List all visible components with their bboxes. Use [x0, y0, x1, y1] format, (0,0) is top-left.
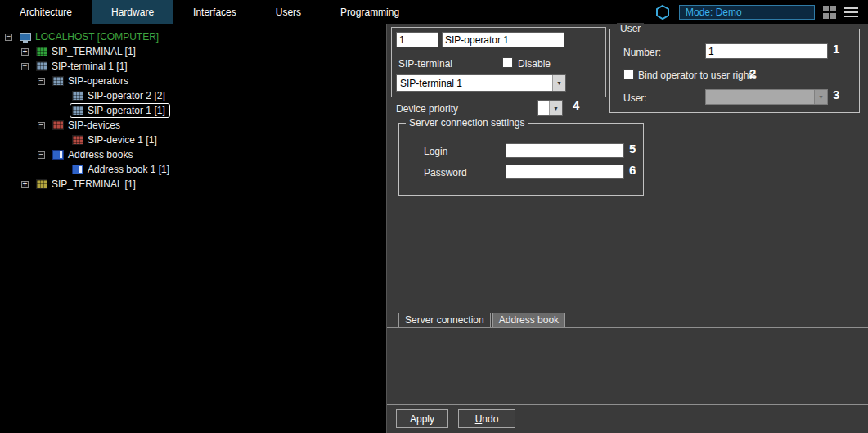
expand-expander-icon[interactable] [21, 181, 29, 188]
tab-server-connection[interactable]: Server connection [398, 313, 491, 327]
terminal-blue-icon [36, 61, 47, 71]
tab-programming[interactable]: Programming [321, 0, 419, 24]
password-label: Password [424, 167, 467, 178]
tree-item-address-books[interactable]: Address books [0, 147, 386, 162]
server-connection-groupbox: Server connection settings Login 5 Passw… [398, 123, 644, 196]
tab-hardware[interactable]: Hardware [92, 0, 173, 24]
tree-item-sip-terminal-green[interactable]: SIP_TERMINAL [1] [0, 44, 386, 59]
tree-item-label: SIP-operator 1 [1] [88, 105, 165, 116]
password-input[interactable] [506, 165, 624, 179]
app-window: Architecture Hardware Interfaces Users P… [0, 0, 868, 433]
login-input[interactable] [506, 143, 624, 158]
book-icon [72, 165, 83, 174]
collapse-expander-icon[interactable] [5, 34, 12, 41]
tree-item-sip-device-1[interactable]: SIP-device 1 [1] [0, 133, 386, 147]
chevron-down-icon [552, 75, 565, 91]
collapse-expander-icon[interactable] [38, 122, 45, 129]
tree-item-address-book-1[interactable]: Address book 1 [1] [0, 162, 386, 177]
user-select [705, 89, 828, 105]
tabs-divider [387, 327, 868, 328]
bind-operator-checkbox[interactable] [623, 69, 634, 79]
callout-6: 6 [629, 163, 636, 177]
tab-users[interactable]: Users [256, 0, 321, 24]
sip-terminal-select[interactable]: SIP-terminal 1 [396, 74, 566, 92]
tree-item-label: SIP-devices [68, 120, 120, 131]
chevron-down-icon [549, 101, 562, 115]
expand-expander-icon[interactable] [21, 48, 29, 56]
user-groupbox: User Number: 1 Bind operator to user rig… [609, 29, 860, 113]
terminal-blue-icon [52, 76, 64, 86]
terminal-yellow-icon [36, 179, 47, 189]
tree-item-sip-terminal-yellow[interactable]: SIP_TERMINAL [1] [0, 177, 386, 192]
user-label: User: [623, 92, 647, 104]
tree-item-label: SIP-operator 2 [2] [88, 90, 165, 101]
collapse-expander-icon[interactable] [38, 151, 45, 159]
app-logo-hexagon-icon [654, 4, 671, 20]
computer-icon [20, 33, 31, 41]
user-number-input[interactable] [705, 43, 828, 59]
disable-label: Disable [518, 58, 551, 70]
device-priority-label: Device priority [396, 103, 458, 115]
tree-item-sip-devices[interactable]: SIP-devices [0, 118, 386, 133]
tree-item-label: SIP-operators [68, 75, 128, 87]
callout-4: 4 [573, 98, 579, 112]
operator-name-input[interactable] [442, 32, 564, 47]
operator-id-input[interactable] [396, 32, 438, 47]
callout-2: 2 [749, 66, 756, 80]
actions-divider [387, 404, 868, 405]
terminal-green-icon [36, 47, 47, 56]
disable-checkbox[interactable] [502, 57, 513, 68]
tree-item-label: SIP_TERMINAL [1] [52, 46, 136, 57]
callout-3: 3 [833, 88, 839, 101]
tree-item-localhost[interactable]: LOCALHOST [COMPUTER] [0, 29, 386, 44]
terminal-blue-icon [72, 91, 83, 101]
device-priority-select-value [538, 101, 549, 115]
bottom-tab-bar: Server connection Address book [398, 313, 565, 327]
user-select-value [706, 90, 814, 104]
tree-item-label: SIP-device 1 [1] [88, 134, 157, 146]
tree-item-sip-operator-2[interactable]: SIP-operator 2 [2] [0, 88, 386, 103]
number-label: Number: [623, 47, 661, 58]
callout-5: 5 [629, 142, 636, 156]
user-groupbox-title: User [617, 23, 644, 34]
tab-address-book[interactable]: Address book [492, 313, 565, 327]
topbar-right-controls: Mode: Demo [654, 0, 868, 24]
book-icon [52, 150, 64, 160]
tree-item-sip-terminal-1[interactable]: SIP-terminal 1 [1] [0, 59, 386, 74]
sip-terminal-select-value: SIP-terminal 1 [397, 75, 552, 91]
callout-1: 1 [833, 42, 839, 56]
apply-button-label: Apply [397, 413, 447, 425]
device-tree: LOCALHOST [COMPUTER] SIP_TERMINAL [1] SI… [0, 24, 387, 433]
tree-item-label: Address books [68, 149, 133, 160]
apply-button[interactable]: Apply [396, 409, 448, 428]
tree-item-label: SIP-terminal 1 [1] [52, 61, 128, 72]
properties-panel: SIP-terminal Disable SIP-terminal 1 Devi… [387, 24, 868, 433]
device-priority-select[interactable] [537, 100, 563, 116]
terminal-blue-icon [72, 106, 83, 115]
chevron-down-icon [814, 90, 827, 104]
terminal-red-icon [72, 135, 83, 145]
tab-architecture[interactable]: Architecture [0, 0, 92, 24]
undo-button-label: Undo [459, 413, 515, 425]
mode-indicator: Mode: Demo [679, 5, 815, 20]
tree-item-label: SIP_TERMINAL [1] [52, 178, 136, 190]
terminal-red-icon [52, 120, 64, 130]
layout-grid-icon[interactable] [823, 6, 836, 19]
collapse-expander-icon[interactable] [38, 78, 45, 85]
sip-terminal-label: SIP-terminal [398, 58, 452, 70]
undo-button[interactable]: Undo [458, 409, 515, 428]
tree-item-sip-operators[interactable]: SIP-operators [0, 74, 386, 88]
hamburger-menu-icon[interactable] [844, 7, 858, 17]
tree-item-label: Address book 1 [1] [88, 164, 169, 175]
top-menu-bar: Architecture Hardware Interfaces Users P… [0, 0, 868, 24]
collapse-expander-icon[interactable] [21, 63, 29, 70]
tab-interfaces[interactable]: Interfaces [173, 0, 256, 24]
tree-item-sip-operator-1[interactable]: SIP-operator 1 [1] [0, 103, 386, 118]
login-label: Login [424, 146, 447, 157]
tree-item-label: LOCALHOST [COMPUTER] [35, 31, 159, 43]
server-connection-groupbox-title: Server connection settings [406, 117, 528, 129]
bind-operator-label: Bind operator to user rights [638, 70, 757, 81]
